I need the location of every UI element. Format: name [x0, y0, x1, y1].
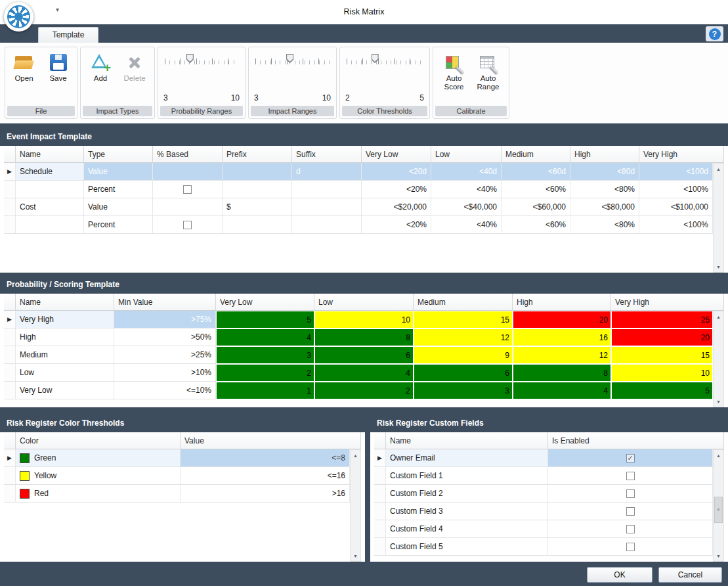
cell-pct-based[interactable]: [153, 181, 223, 198]
table-row[interactable]: Custom Field 4: [374, 520, 713, 538]
cell-suffix[interactable]: [292, 181, 362, 198]
col-header-is-enabled[interactable]: Is Enabled: [548, 432, 724, 449]
cancel-button[interactable]: Cancel: [658, 567, 722, 583]
save-button[interactable]: Save: [43, 51, 74, 83]
col-header-value[interactable]: Value: [181, 432, 361, 449]
cell-color[interactable]: Yellow: [16, 467, 181, 485]
scroll-up-button[interactable]: ▲: [714, 164, 723, 174]
scroll-down-button[interactable]: ▼: [351, 551, 360, 561]
auto-score-button[interactable]: Auto Score: [439, 51, 470, 91]
pct-based-checkbox[interactable]: [183, 185, 192, 194]
cell-name[interactable]: Schedule: [16, 163, 84, 181]
score-cell[interactable]: 2: [216, 364, 314, 382]
cell-min-value[interactable]: >25%: [114, 346, 216, 364]
score-cell[interactable]: 5: [611, 382, 713, 399]
quick-access-caret-icon[interactable]: ▾: [56, 6, 59, 13]
cell-is-enabled[interactable]: [548, 467, 713, 485]
cell-high[interactable]: <80%: [570, 216, 639, 234]
cell-value[interactable]: <=8: [181, 449, 350, 467]
cell-type[interactable]: Value: [84, 198, 153, 216]
cell-very-high[interactable]: <100%: [639, 216, 713, 234]
table-row[interactable]: Yellow <=16: [4, 467, 350, 485]
score-cell[interactable]: 1: [216, 382, 314, 399]
col-header-prefix[interactable]: Prefix: [223, 146, 292, 163]
cell-type[interactable]: Percent: [84, 216, 153, 234]
cell-name[interactable]: Custom Field 2: [386, 485, 548, 503]
score-cell[interactable]: 16: [513, 328, 611, 346]
table-row[interactable]: ▶ Schedule Value d <20d <40d <60d <80d <…: [4, 163, 713, 181]
score-cell[interactable]: 8: [314, 328, 414, 346]
cell-prefix[interactable]: [223, 181, 292, 198]
cell-type[interactable]: Percent: [84, 181, 153, 198]
col-header-very-low[interactable]: Very Low: [362, 146, 431, 163]
cell-color[interactable]: Green: [16, 449, 181, 467]
score-cell[interactable]: 25: [611, 311, 713, 328]
col-header-low[interactable]: Low: [314, 294, 414, 311]
vertical-scrollbar[interactable]: ▲ ▼: [713, 449, 724, 562]
table-row[interactable]: Custom Field 1: [374, 467, 713, 485]
cell-very-high[interactable]: <$100,000: [639, 198, 713, 216]
open-button[interactable]: Open: [9, 51, 40, 83]
scroll-down-button[interactable]: ▼: [714, 396, 723, 407]
cell-name[interactable]: Very Low: [16, 382, 114, 399]
cell-high[interactable]: <80%: [570, 181, 639, 198]
scroll-up-button[interactable]: ▲: [351, 450, 360, 461]
is-enabled-checkbox[interactable]: [626, 472, 635, 480]
vertical-scrollbar[interactable]: ▲ ▼: [713, 163, 724, 273]
table-row[interactable]: ▶ Green <=8: [4, 449, 350, 467]
vertical-scrollbar[interactable]: ▲ ▼: [713, 311, 724, 407]
cell-low[interactable]: <40%: [431, 181, 502, 198]
app-logo-icon[interactable]: [4, 2, 33, 32]
cell-very-low[interactable]: <20%: [362, 181, 431, 198]
cell-low[interactable]: <40%: [431, 216, 502, 234]
scroll-up-button[interactable]: ▲: [714, 450, 723, 461]
col-header-medium[interactable]: Medium: [414, 294, 513, 311]
scroll-down-button[interactable]: ▼: [714, 551, 723, 561]
cell-very-low[interactable]: <$20,000: [362, 198, 431, 216]
cell-high[interactable]: <80d: [570, 163, 639, 181]
cell-name[interactable]: Owner Email: [386, 449, 548, 467]
cell-name[interactable]: [16, 181, 84, 198]
col-header-very-low[interactable]: Very Low: [216, 294, 314, 311]
score-cell[interactable]: 20: [513, 311, 611, 328]
table-row[interactable]: Very Low <=10% 1 2 3 4 5: [4, 382, 713, 399]
score-cell[interactable]: 3: [216, 346, 314, 364]
col-header-color[interactable]: Color: [16, 432, 181, 449]
col-header-high[interactable]: High: [513, 294, 611, 311]
cell-medium[interactable]: <60%: [502, 181, 570, 198]
cell-suffix[interactable]: [292, 198, 362, 216]
cell-pct-based[interactable]: [153, 216, 223, 234]
scroll-thumb[interactable]: [714, 497, 723, 523]
col-header-high[interactable]: High: [570, 146, 639, 163]
scroll-down-button[interactable]: ▼: [714, 261, 723, 272]
col-header-very-high[interactable]: Very High: [611, 294, 724, 311]
auto-range-button[interactable]: Auto Range: [473, 51, 504, 91]
delete-impact-type-button[interactable]: Delete: [119, 51, 150, 83]
table-row[interactable]: High >50% 4 8 12 16 20: [4, 328, 713, 346]
cell-name[interactable]: Custom Field 3: [386, 503, 548, 520]
cell-low[interactable]: <40d: [431, 163, 502, 181]
cell-very-high[interactable]: <100%: [639, 181, 713, 198]
col-header-pct-based[interactable]: % Based: [153, 146, 223, 163]
score-cell[interactable]: 12: [513, 346, 611, 364]
cell-is-enabled[interactable]: ✓: [548, 449, 713, 467]
cell-value[interactable]: <=16: [181, 467, 350, 485]
cell-name[interactable]: Custom Field 5: [386, 538, 548, 556]
cell-min-value[interactable]: >10%: [114, 364, 216, 382]
cell-name[interactable]: Cost: [16, 198, 84, 216]
cell-suffix[interactable]: [292, 216, 362, 234]
cell-name[interactable]: Very High: [16, 311, 114, 328]
cell-min-value[interactable]: >75%: [114, 311, 216, 328]
cell-is-enabled[interactable]: [548, 538, 713, 556]
cell-value[interactable]: >16: [181, 485, 350, 503]
col-header-name[interactable]: Name: [16, 294, 114, 311]
col-header-very-high[interactable]: Very High: [639, 146, 724, 163]
cell-color[interactable]: Red: [16, 485, 181, 503]
cell-type[interactable]: Value: [84, 163, 153, 181]
is-enabled-checkbox[interactable]: [626, 525, 635, 533]
score-cell[interactable]: 2: [314, 382, 414, 399]
score-cell[interactable]: 6: [414, 364, 513, 382]
add-impact-type-button[interactable]: + Add: [85, 51, 116, 83]
table-row[interactable]: Cost Value $ <$20,000 <$40,000 <$60,000 …: [4, 198, 713, 216]
score-cell[interactable]: 6: [314, 346, 414, 364]
